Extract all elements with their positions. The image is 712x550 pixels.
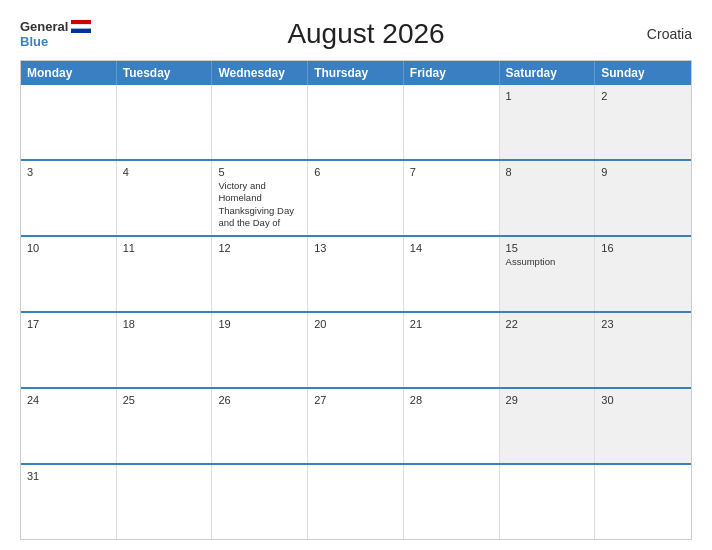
day-number: 10 — [27, 242, 110, 254]
day-number: 26 — [218, 394, 301, 406]
calendar-cell: 25 — [117, 389, 213, 463]
day-number: 12 — [218, 242, 301, 254]
day-number: 16 — [601, 242, 685, 254]
calendar-row: 345Victory and Homeland Thanksgiving Day… — [21, 159, 691, 235]
calendar-cell — [212, 465, 308, 539]
calendar-cell: 5Victory and Homeland Thanksgiving Day a… — [212, 161, 308, 235]
calendar-cell: 12 — [212, 237, 308, 311]
weekday-header: Saturday — [500, 61, 596, 85]
day-number: 28 — [410, 394, 493, 406]
calendar-cell: 10 — [21, 237, 117, 311]
calendar-cell: 22 — [500, 313, 596, 387]
day-number: 7 — [410, 166, 493, 178]
calendar-cell — [404, 85, 500, 159]
day-number: 9 — [601, 166, 685, 178]
calendar-cell — [308, 85, 404, 159]
calendar-row: 17181920212223 — [21, 311, 691, 387]
day-number: 15 — [506, 242, 589, 254]
svg-rect-1 — [71, 24, 91, 28]
calendar-cell: 18 — [117, 313, 213, 387]
calendar-cell: 6 — [308, 161, 404, 235]
day-number: 6 — [314, 166, 397, 178]
calendar: MondayTuesdayWednesdayThursdayFridaySatu… — [20, 60, 692, 540]
day-number: 11 — [123, 242, 206, 254]
page: General Blue August 2026 Croatia MondayT… — [0, 0, 712, 550]
calendar-cell: 1 — [500, 85, 596, 159]
calendar-cell — [117, 85, 213, 159]
day-number: 14 — [410, 242, 493, 254]
day-number: 24 — [27, 394, 110, 406]
weekday-header: Sunday — [595, 61, 691, 85]
calendar-cell: 19 — [212, 313, 308, 387]
weekday-header: Wednesday — [212, 61, 308, 85]
calendar-cell: 3 — [21, 161, 117, 235]
calendar-cell — [500, 465, 596, 539]
event-label: Assumption — [506, 256, 589, 268]
day-number: 31 — [27, 470, 110, 482]
day-number: 3 — [27, 166, 110, 178]
calendar-cell: 27 — [308, 389, 404, 463]
calendar-cell: 11 — [117, 237, 213, 311]
calendar-cell: 26 — [212, 389, 308, 463]
day-number: 8 — [506, 166, 589, 178]
day-number: 29 — [506, 394, 589, 406]
calendar-cell — [117, 465, 213, 539]
calendar-cell — [21, 85, 117, 159]
day-number: 1 — [506, 90, 589, 102]
calendar-cell: 31 — [21, 465, 117, 539]
logo-general-text: General — [20, 19, 68, 34]
calendar-row: 31 — [21, 463, 691, 539]
header: General Blue August 2026 Croatia — [20, 18, 692, 50]
calendar-cell: 16 — [595, 237, 691, 311]
calendar-cell: 17 — [21, 313, 117, 387]
day-number: 23 — [601, 318, 685, 330]
day-number: 2 — [601, 90, 685, 102]
day-number: 21 — [410, 318, 493, 330]
calendar-cell: 9 — [595, 161, 691, 235]
calendar-header: MondayTuesdayWednesdayThursdayFridaySatu… — [21, 61, 691, 85]
day-number: 5 — [218, 166, 301, 178]
calendar-cell: 20 — [308, 313, 404, 387]
day-number: 25 — [123, 394, 206, 406]
calendar-cell — [595, 465, 691, 539]
calendar-cell: 21 — [404, 313, 500, 387]
calendar-cell — [212, 85, 308, 159]
logo: General Blue — [20, 19, 100, 49]
calendar-cell: 14 — [404, 237, 500, 311]
svg-rect-0 — [71, 20, 91, 24]
day-number: 13 — [314, 242, 397, 254]
calendar-row: 101112131415Assumption16 — [21, 235, 691, 311]
logo-line1: General — [20, 19, 91, 34]
day-number: 27 — [314, 394, 397, 406]
calendar-row: 12 — [21, 85, 691, 159]
svg-rect-2 — [71, 29, 91, 33]
day-number: 30 — [601, 394, 685, 406]
calendar-cell: 29 — [500, 389, 596, 463]
logo-flag-icon — [71, 20, 91, 33]
event-label: Victory and Homeland Thanksgiving Day an… — [218, 180, 301, 229]
day-number: 22 — [506, 318, 589, 330]
calendar-cell: 23 — [595, 313, 691, 387]
calendar-cell: 4 — [117, 161, 213, 235]
calendar-cell: 28 — [404, 389, 500, 463]
calendar-row: 24252627282930 — [21, 387, 691, 463]
calendar-body: 12345Victory and Homeland Thanksgiving D… — [21, 85, 691, 539]
calendar-cell: 13 — [308, 237, 404, 311]
calendar-cell: 8 — [500, 161, 596, 235]
calendar-cell — [308, 465, 404, 539]
day-number: 4 — [123, 166, 206, 178]
calendar-cell — [404, 465, 500, 539]
day-number: 18 — [123, 318, 206, 330]
day-number: 17 — [27, 318, 110, 330]
page-title: August 2026 — [100, 18, 632, 50]
country-label: Croatia — [632, 26, 692, 42]
weekday-header: Monday — [21, 61, 117, 85]
calendar-cell: 24 — [21, 389, 117, 463]
calendar-cell: 7 — [404, 161, 500, 235]
weekday-header: Friday — [404, 61, 500, 85]
day-number: 20 — [314, 318, 397, 330]
calendar-cell: 30 — [595, 389, 691, 463]
weekday-header: Tuesday — [117, 61, 213, 85]
day-number: 19 — [218, 318, 301, 330]
calendar-cell: 2 — [595, 85, 691, 159]
